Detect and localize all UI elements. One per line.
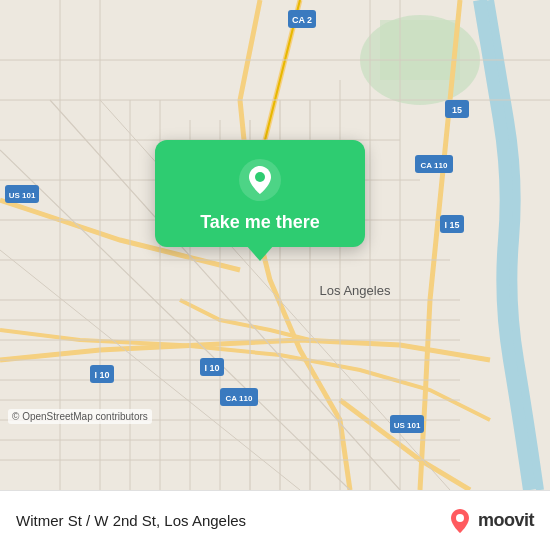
take-me-there-button[interactable]: Take me there (200, 212, 320, 233)
svg-text:CA 2: CA 2 (292, 15, 312, 25)
moovit-pin-icon (446, 507, 474, 535)
svg-text:I 10: I 10 (204, 363, 219, 373)
moovit-brand-text: moovit (478, 510, 534, 531)
map-view: CA 2 15 US 101 CA 110 CA 110 I 10 I 10 U… (0, 0, 550, 490)
location-label: Witmer St / W 2nd St, Los Angeles (16, 512, 246, 529)
svg-point-54 (255, 172, 265, 182)
svg-text:US 101: US 101 (9, 191, 36, 200)
navigation-popup: Take me there (155, 140, 365, 247)
svg-point-55 (456, 514, 464, 522)
svg-text:I 15: I 15 (444, 220, 459, 230)
bottom-bar: Witmer St / W 2nd St, Los Angeles moovit (0, 490, 550, 550)
svg-text:US 101: US 101 (394, 421, 421, 430)
svg-rect-2 (380, 20, 460, 80)
svg-text:15: 15 (452, 105, 462, 115)
svg-text:I 10: I 10 (94, 370, 109, 380)
svg-text:CA 110: CA 110 (226, 394, 253, 403)
svg-text:CA 110: CA 110 (421, 161, 448, 170)
osm-attribution: © OpenStreetMap contributors (8, 409, 152, 424)
location-pin-icon (238, 158, 282, 202)
moovit-logo: moovit (446, 507, 534, 535)
svg-text:Los Angeles: Los Angeles (320, 283, 391, 298)
